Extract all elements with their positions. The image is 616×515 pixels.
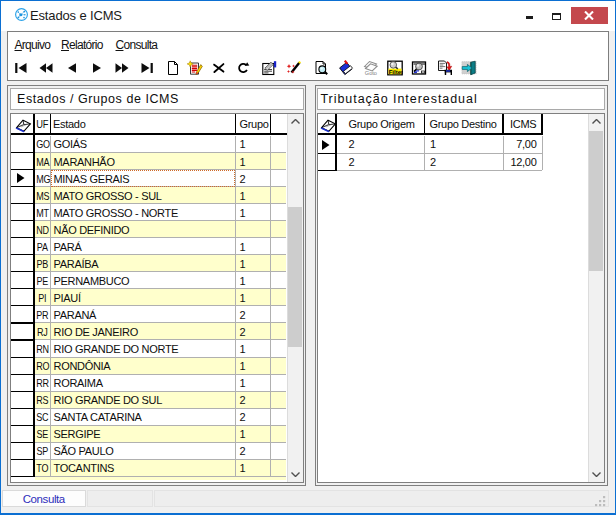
svg-text:Goto: Goto <box>364 70 376 76</box>
svg-text:Filter: Filter <box>388 69 402 75</box>
